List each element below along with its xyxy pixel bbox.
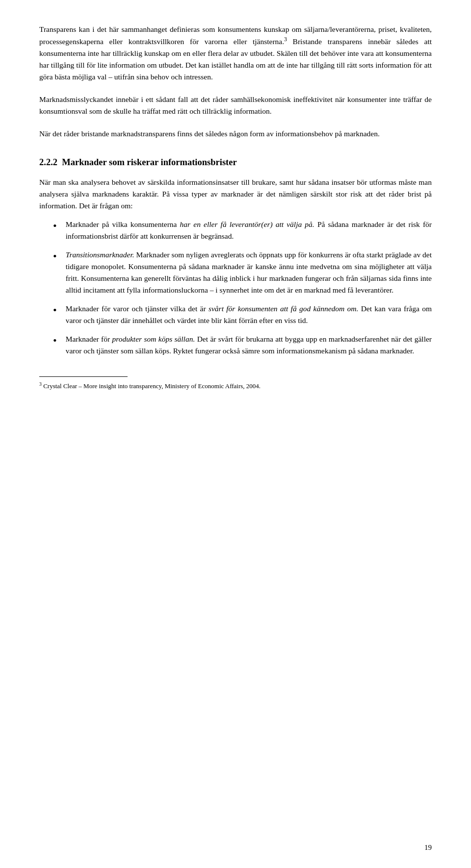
bullet-dot-3: • [53, 303, 57, 318]
paragraph-3: Marknadsmisslyckandet innebär i ett såda… [39, 94, 432, 117]
section-heading-222: 2.2.2 Marknader som riskerar information… [39, 155, 432, 170]
footnote-marker-1: 3 [284, 36, 287, 43]
paragraph-1: Transparens kan i det här sammanhanget d… [39, 24, 432, 83]
section-title: Marknader som riskerar informationsbrist… [62, 157, 236, 167]
bullet-list: • Marknader på vilka konsumenterna har e… [39, 219, 432, 357]
page: Transparens kan i det här sammanhanget d… [0, 0, 471, 868]
bullet-dot-1: • [53, 219, 57, 234]
section-intro: När man ska analysera behovet av särskil… [39, 176, 432, 212]
footnote-divider [39, 376, 128, 377]
bullet-text-3: Marknader för varor och tjänster vilka d… [66, 303, 432, 326]
bullet-1-italic: har en eller få leverantör(er) att välja… [180, 220, 314, 228]
paragraph-4: När det råder bristande marknadstranspar… [39, 128, 432, 140]
bullet-dot-4: • [53, 333, 57, 348]
bullet-text-2: Transitionsmarknader. Marknader som nyli… [66, 249, 432, 296]
bullet-4-italic: produkter som köps sällan. [112, 335, 195, 343]
bullet-2-italic: Transitionsmarknader. [66, 250, 134, 259]
section-number: 2.2.2 [39, 157, 57, 167]
footnote: 3 Crystal Clear – More insight into tran… [39, 381, 432, 391]
bullet-text-4: Marknader för produkter som köps sällan.… [66, 333, 432, 357]
bullet-text-1: Marknader på vilka konsumenterna har en … [66, 219, 432, 242]
list-item: • Marknader för varor och tjänster vilka… [39, 303, 432, 326]
page-number: 19 [424, 842, 432, 853]
list-item: • Transitionsmarknader. Marknader som ny… [39, 249, 432, 296]
bullet-3-italic: svårt för konsumenten att få god kännedo… [209, 304, 358, 313]
list-item: • Marknader på vilka konsumenterna har e… [39, 219, 432, 242]
bullet-dot-2: • [53, 249, 57, 264]
list-item: • Marknader för produkter som köps sälla… [39, 333, 432, 357]
footnote-text: Crystal Clear – More insight into transp… [42, 382, 261, 390]
